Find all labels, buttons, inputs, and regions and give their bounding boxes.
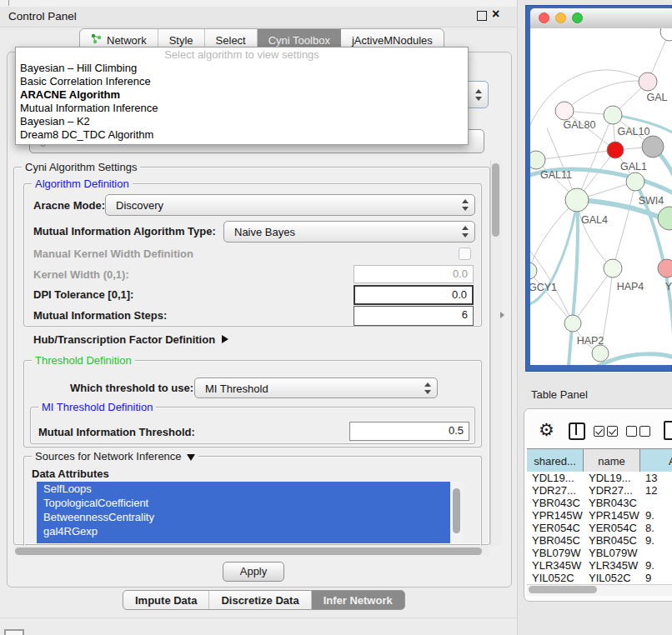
new-table-icon[interactable] <box>664 421 672 440</box>
network-node[interactable] <box>607 142 624 158</box>
apply-button[interactable]: Apply <box>223 562 284 582</box>
mi-algorithm-type-combobox[interactable]: Naive Bayes <box>223 221 475 242</box>
splitter-collapse-arrow-icon[interactable] <box>500 312 504 318</box>
table-horizontal-scrollbar-thumb[interactable] <box>529 586 597 593</box>
aracne-mode-label: Aracne Mode: <box>33 199 105 212</box>
table-row[interactable]: YLR345W YLR345W 9. <box>527 559 672 572</box>
attributes-scrollbar-thumb[interactable] <box>453 488 460 533</box>
tab-infer-network[interactable]: Infer Network <box>312 591 404 609</box>
column-header-shared-name[interactable]: shared... <box>527 449 584 472</box>
screen: Control Panel × Network Style Select Cyn… <box>0 0 672 635</box>
dpi-tolerance-input[interactable]: 0.0 <box>354 285 474 305</box>
attribute-item[interactable]: SelfLoops <box>37 482 450 496</box>
network-window-titlebar[interactable] <box>530 8 672 29</box>
control-panel-title: Control Panel <box>8 10 77 22</box>
network-node[interactable] <box>626 172 644 191</box>
network-node[interactable] <box>658 259 672 278</box>
close-traffic-button[interactable] <box>539 12 549 23</box>
algorithm-option[interactable]: Basic Correlation Inference <box>16 75 468 88</box>
bottom-divider <box>0 618 517 618</box>
unchecked-checkbox-icon[interactable] <box>639 426 650 437</box>
table-row[interactable]: YBR043C YBR043C <box>527 497 672 509</box>
mi-steps-input[interactable]: 6 <box>354 306 474 326</box>
mi-threshold-definition-title: MI Threshold Definition <box>38 401 156 413</box>
network-graph[interactable]: GALGAL80GAL10GAL1GAL11SWI4GAL4GCY1HAP4YH… <box>530 28 672 365</box>
network-node-label: GAL1 <box>620 161 647 172</box>
split-columns-icon[interactable] <box>569 422 585 440</box>
network-canvas[interactable]: GALGAL80GAL10GAL1GAL11SWI4GAL4GCY1HAP4YH… <box>530 28 672 365</box>
table-row[interactable]: YDL19... YDL19... 13 <box>527 472 672 484</box>
column-header-partial[interactable]: A <box>640 449 672 472</box>
float-window-icon[interactable] <box>477 11 487 21</box>
inference-algorithm-combobox-fragment[interactable] <box>465 81 489 108</box>
table-row[interactable]: YIL052C YIL052C 9 <box>527 572 672 584</box>
table-row[interactable]: YER054C YER054C 8. <box>527 522 672 534</box>
network-node-label: GAL10 <box>618 126 650 138</box>
table-settings-gear-icon[interactable]: ⚙ <box>539 420 554 440</box>
settings-vertical-scrollbar-thumb[interactable] <box>492 163 499 237</box>
attribute-item[interactable]: BetweennessCentrality <box>37 510 450 524</box>
close-icon[interactable]: × <box>492 8 499 21</box>
algorithm-option-highlighted[interactable]: ARACNE Algorithm <box>16 88 468 102</box>
tab-impute-data[interactable]: Impute Data <box>123 591 209 609</box>
algorithm-dropdown-placeholder: Select algorithm to view settings <box>16 48 468 62</box>
unchecked-checkbox-icon[interactable] <box>626 426 637 437</box>
table-row[interactable]: YPR145W YPR145W 9. <box>527 509 672 522</box>
data-attributes-label: Data Attributes <box>32 468 109 480</box>
expanded-arrow-icon <box>187 454 195 461</box>
network-view-window: GALGAL80GAL10GAL1GAL11SWI4GAL4GCY1HAP4YH… <box>525 5 672 372</box>
algorithm-option[interactable]: Dream8 DC_TDC Algorithm <box>16 128 468 142</box>
network-node[interactable] <box>592 345 609 362</box>
column-header-name[interactable]: name <box>584 449 640 472</box>
algorithm-option[interactable]: Bayesian – K2 <box>16 115 468 128</box>
checked-checkbox-icon[interactable] <box>594 426 604 437</box>
hub-definition-toggle[interactable]: Hub/Transcription Factor Definition <box>33 333 228 346</box>
table-panel-title: Table Panel <box>531 388 588 401</box>
algorithm-option[interactable]: Mutual Information Inference <box>16 102 468 115</box>
network-node[interactable] <box>565 188 589 212</box>
network-node[interactable] <box>530 151 545 169</box>
collapsed-arrow-icon <box>222 335 228 343</box>
network-node[interactable] <box>530 262 537 279</box>
network-node[interactable] <box>642 136 664 158</box>
sources-group-title[interactable]: Sources for Network Inference <box>32 450 198 462</box>
settings-horizontal-scrollbar-thumb[interactable] <box>15 548 482 555</box>
network-node-label: GAL80 <box>564 119 596 131</box>
manual-kernel-width-checkbox[interactable] <box>459 248 471 260</box>
table-row[interactable]: YBL079W YBL079W <box>527 547 672 559</box>
tab-network-label: Network <box>107 34 147 47</box>
mi-threshold-input[interactable]: 0.5 <box>349 422 469 441</box>
kernel-width-input[interactable]: 0.0 <box>354 265 474 283</box>
network-node-label: HAP4 <box>617 281 644 292</box>
network-node-label: Y <box>665 281 672 292</box>
algorithm-option[interactable]: Bayesian – Hill Climbing <box>16 62 468 75</box>
network-node[interactable] <box>604 259 622 278</box>
tab-discretize-data[interactable]: Discretize Data <box>209 591 311 609</box>
threshold-definition-title: Threshold Definition <box>32 354 135 367</box>
table-header-row: shared... name A <box>527 448 672 473</box>
table-row[interactable]: YBR045C YBR045C 9. <box>527 534 672 547</box>
attribute-item[interactable]: TopologicalCoefficient <box>37 496 450 510</box>
which-threshold-combobox[interactable]: MI Threshold <box>194 378 438 398</box>
network-node-label: GAL4 <box>581 214 608 226</box>
settings-group-title: Cyni Algorithm Settings <box>22 161 140 173</box>
minimize-traffic-button[interactable] <box>555 12 566 23</box>
checked-checkbox-icon[interactable] <box>607 426 618 437</box>
network-node[interactable] <box>564 315 581 332</box>
network-node[interactable] <box>658 207 672 230</box>
network-node[interactable] <box>604 106 622 124</box>
table-row[interactable]: YDR27... YDR27... 12 <box>527 484 672 497</box>
collapsed-panel-icon[interactable] <box>4 629 24 635</box>
network-node[interactable] <box>660 28 672 41</box>
network-node-label: GAL <box>646 92 667 103</box>
mi-steps-label: Mutual Information Steps: <box>33 309 167 322</box>
algorithm-dropdown-popup: Select algorithm to view settings Bayesi… <box>15 47 469 145</box>
manual-kernel-width-label: Manual Kernel Width Definition <box>33 248 193 260</box>
network-node[interactable] <box>555 102 574 120</box>
zoom-traffic-button[interactable] <box>572 12 583 23</box>
network-node[interactable] <box>639 72 657 91</box>
aracne-mode-combobox[interactable]: Discovery <box>105 194 475 216</box>
attribute-item[interactable]: gal4RGexp <box>37 524 450 538</box>
data-attributes-list[interactable]: SelfLoops TopologicalCoefficient Between… <box>37 482 464 543</box>
attributes-scrollbar[interactable] <box>450 482 464 543</box>
